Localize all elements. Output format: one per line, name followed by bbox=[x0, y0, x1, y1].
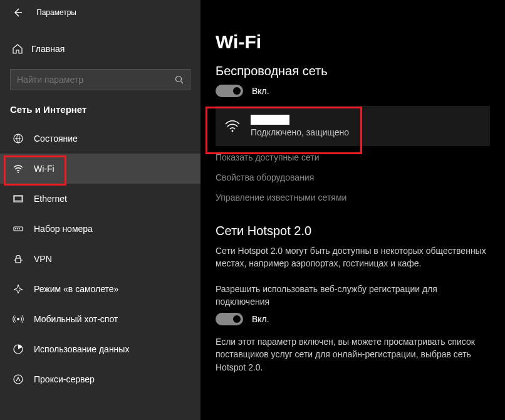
hotspot2-toggle[interactable] bbox=[216, 313, 243, 325]
sidebar-item-vpn[interactable]: VPN bbox=[0, 244, 200, 274]
home-nav[interactable]: Главная bbox=[0, 35, 200, 63]
hardware-properties-link[interactable]: Свойства оборудования bbox=[216, 172, 490, 182]
back-button[interactable] bbox=[11, 6, 24, 19]
sidebar-item-label: Состояние bbox=[34, 134, 78, 144]
svg-point-6 bbox=[15, 228, 16, 229]
dialup-icon bbox=[11, 223, 25, 234]
wifi-signal-icon bbox=[224, 118, 241, 134]
search-icon bbox=[175, 75, 184, 84]
hotspot2-toggle-label: Вкл. bbox=[252, 314, 269, 324]
hotspot-icon bbox=[11, 313, 25, 325]
hotspot2-toggle-row: Вкл. bbox=[216, 313, 490, 325]
ethernet-icon bbox=[11, 193, 25, 204]
current-network-card[interactable]: Подключено, защищено bbox=[216, 106, 490, 146]
page-title: Wi-Fi bbox=[216, 31, 490, 53]
status-icon bbox=[11, 133, 25, 144]
svg-point-2 bbox=[18, 172, 19, 173]
svg-rect-4 bbox=[14, 196, 22, 201]
sidebar-item-status[interactable]: Состояние bbox=[0, 123, 200, 154]
svg-point-0 bbox=[176, 76, 182, 82]
network-status: Подключено, защищено bbox=[251, 127, 349, 137]
home-icon bbox=[11, 43, 24, 55]
sidebar-item-label: Набор номера bbox=[34, 224, 93, 234]
nav-list: Состояние Wi-Fi Ethernet Набор номера VP… bbox=[0, 123, 200, 394]
svg-rect-9 bbox=[16, 258, 21, 263]
svg-point-10 bbox=[17, 318, 19, 320]
sidebar-item-hotspot[interactable]: Мобильный хот-спот bbox=[0, 304, 200, 334]
network-info: Подключено, защищено bbox=[251, 115, 349, 137]
sidebar-item-label: Прокси-сервер bbox=[34, 374, 95, 384]
wifi-icon bbox=[11, 163, 25, 174]
sidebar-item-label: Wi-Fi bbox=[34, 164, 55, 174]
sidebar: Параметры Главная Сеть и Интернет Состоя… bbox=[0, 0, 200, 420]
svg-rect-3 bbox=[14, 196, 23, 202]
svg-point-13 bbox=[232, 130, 234, 132]
back-arrow-icon bbox=[13, 8, 23, 18]
sidebar-item-wifi[interactable]: Wi-Fi bbox=[0, 154, 200, 184]
show-networks-link[interactable]: Показать доступные сети bbox=[216, 152, 490, 162]
sidebar-item-label: Использование данных bbox=[34, 344, 129, 354]
wireless-section-title: Беспроводная сеть bbox=[216, 64, 490, 78]
vpn-icon bbox=[11, 253, 25, 265]
sidebar-item-label: VPN bbox=[34, 254, 52, 264]
sidebar-item-label: Мобильный хот-спот bbox=[34, 314, 118, 324]
wifi-toggle-row: Вкл. bbox=[216, 85, 490, 97]
sidebar-item-label: Режим «в самолете» bbox=[34, 284, 118, 294]
window-header: Параметры bbox=[0, 0, 200, 25]
svg-point-12 bbox=[14, 375, 23, 384]
search-input[interactable] bbox=[17, 75, 175, 85]
sidebar-item-proxy[interactable]: Прокси-сервер bbox=[0, 364, 200, 394]
sidebar-item-datausage[interactable]: Использование данных bbox=[0, 334, 200, 364]
hotspot2-section-title: Сети Hotspot 2.0 bbox=[216, 224, 490, 238]
network-name-redacted bbox=[251, 115, 289, 125]
home-label: Главная bbox=[31, 44, 65, 54]
hotspot2-description: Сети Hotspot 2.0 могут быть доступны в н… bbox=[216, 244, 490, 270]
hotspot2-footer: Если этот параметр включен, вы можете пр… bbox=[216, 335, 490, 374]
sidebar-item-dialup[interactable]: Набор номера bbox=[0, 214, 200, 244]
svg-point-8 bbox=[19, 228, 20, 229]
airplane-icon bbox=[11, 283, 25, 295]
main-content: Wi-Fi Беспроводная сеть Вкл. Подключено,… bbox=[200, 0, 505, 420]
svg-point-7 bbox=[17, 228, 18, 229]
wifi-toggle[interactable] bbox=[216, 85, 243, 97]
wifi-toggle-label: Вкл. bbox=[252, 86, 269, 96]
sidebar-item-airplane[interactable]: Режим «в самолете» bbox=[0, 274, 200, 304]
sidebar-item-ethernet[interactable]: Ethernet bbox=[0, 184, 200, 214]
hotspot2-allow-label: Разрешить использовать веб-службу регист… bbox=[216, 283, 490, 308]
category-title: Сеть и Интернет bbox=[0, 90, 200, 123]
sidebar-item-label: Ethernet bbox=[34, 194, 67, 204]
window-title: Параметры bbox=[36, 8, 76, 17]
manage-networks-link[interactable]: Управление известными сетями bbox=[216, 192, 490, 202]
data-icon bbox=[11, 344, 25, 355]
search-box[interactable] bbox=[10, 69, 190, 90]
proxy-icon bbox=[11, 374, 25, 385]
